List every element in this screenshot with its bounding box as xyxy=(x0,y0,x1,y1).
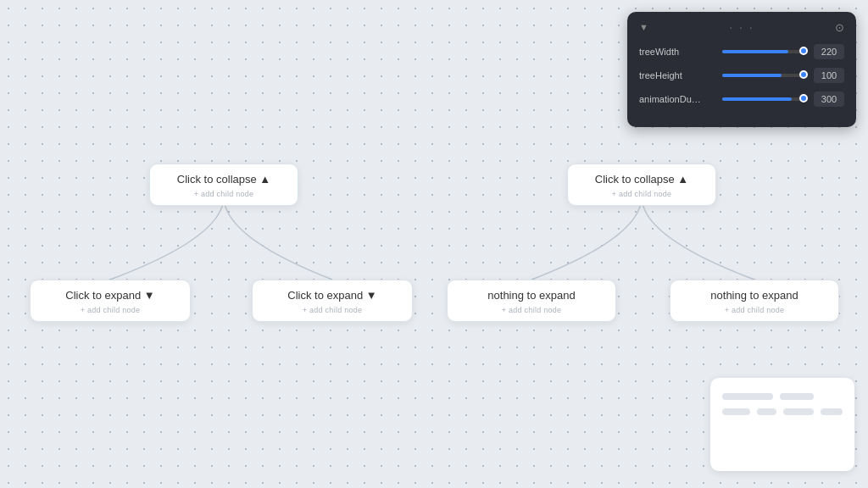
panel-search-icon[interactable]: ⊙ xyxy=(835,21,844,34)
panel-row-treewidth: treeWidth 220 xyxy=(639,44,844,59)
node-child4-label: nothing to expand xyxy=(710,289,798,302)
node-child2-add-child[interactable]: + add child node xyxy=(303,306,363,314)
panel-label-animduration: animationDu… xyxy=(639,94,715,104)
panel-row-animduration: animationDu… 300 xyxy=(639,92,844,107)
node-child3-add-child[interactable]: + add child node xyxy=(502,306,562,314)
panel-label-treewidth: treeWidth xyxy=(639,47,715,57)
node-child1-add-child[interactable]: + add child node xyxy=(81,306,141,314)
node-root1[interactable]: Click to collapse ▲ + add child node xyxy=(149,164,298,206)
preview-block xyxy=(780,393,814,400)
preview-block xyxy=(722,408,750,415)
preview-block xyxy=(757,408,776,415)
treewidth-slider-thumb xyxy=(799,47,808,55)
node-root1-label: Click to collapse ▲ xyxy=(177,173,270,186)
node-child4-add-child[interactable]: + add child node xyxy=(725,306,785,314)
animduration-value: 300 xyxy=(814,92,844,107)
node-root2-label: Click to collapse ▲ xyxy=(595,173,688,186)
preview-card xyxy=(710,378,854,471)
preview-line-2 xyxy=(722,408,843,415)
node-child1-label: Click to expand ▼ xyxy=(65,289,154,302)
treewidth-value: 220 xyxy=(814,44,844,59)
treeheight-slider-thumb xyxy=(799,70,808,79)
node-child2-label: Click to expand ▼ xyxy=(287,289,376,302)
panel-header: ▼ · · · ⊙ xyxy=(639,20,844,34)
panel-drag-handle[interactable]: · · · xyxy=(729,20,754,34)
node-root2-add-child[interactable]: + add child node xyxy=(612,190,672,198)
animduration-slider[interactable] xyxy=(722,97,807,101)
preview-block xyxy=(821,408,843,415)
node-child3-label: nothing to expand xyxy=(487,289,575,302)
treeheight-slider[interactable] xyxy=(722,74,807,77)
node-child1[interactable]: Click to expand ▼ + add child node xyxy=(30,280,191,322)
preview-block xyxy=(783,408,814,415)
preview-line-1 xyxy=(722,393,843,400)
panel-label-treeheight: treeHeight xyxy=(639,70,715,80)
treeheight-slider-fill xyxy=(722,74,782,77)
control-panel: ▼ · · · ⊙ treeWidth 220 treeHeight 100 a… xyxy=(627,12,856,127)
treeheight-value: 100 xyxy=(814,68,844,83)
panel-collapse-arrow[interactable]: ▼ xyxy=(639,22,648,32)
node-child2[interactable]: Click to expand ▼ + add child node xyxy=(252,280,413,322)
node-child3[interactable]: nothing to expand + add child node xyxy=(447,280,616,322)
treewidth-slider[interactable] xyxy=(722,50,807,53)
node-child4[interactable]: nothing to expand + add child node xyxy=(670,280,839,322)
panel-row-treeheight: treeHeight 100 xyxy=(639,68,844,83)
animduration-slider-thumb xyxy=(799,94,808,103)
treewidth-slider-fill xyxy=(722,50,788,53)
preview-block xyxy=(722,393,773,400)
animduration-slider-fill xyxy=(722,97,792,101)
node-root1-add-child[interactable]: + add child node xyxy=(194,190,254,198)
node-root2[interactable]: Click to collapse ▲ + add child node xyxy=(567,164,716,206)
